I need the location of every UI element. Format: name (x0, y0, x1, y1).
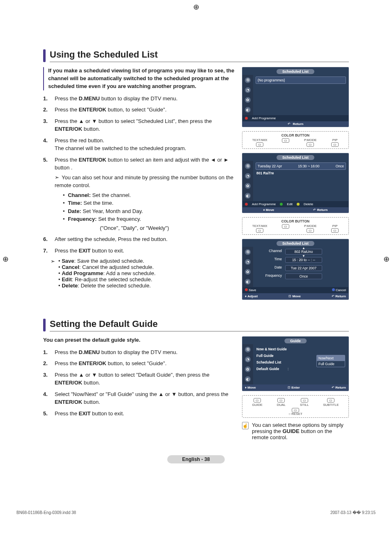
remote-key-label: GUIDE (252, 403, 262, 407)
osd-field-time: Time 15 : 20 to -- : -- (256, 256, 346, 264)
green-dot-icon (280, 203, 283, 206)
osd-field-frequency: Frequency Once (256, 272, 346, 280)
remote-key-label: SUBTITLE (323, 403, 339, 407)
section1-right-column: Scheduled List ⦿ ◔ ✿ ◐ (No programmes) (242, 67, 349, 304)
osd-bottom-bar: ♦ Move ⊡ Enter ↶ Return (242, 384, 348, 391)
remote-key-icon: ▭ (331, 142, 339, 147)
step-body: Select "Now/Next" or "Full Guide" using … (55, 390, 235, 406)
menu-icon: ◐ (245, 279, 251, 285)
step5-bullets: • Channel: Set the channel. • Time: Set … (63, 191, 235, 232)
return-arrow-icon: ↶ (313, 208, 317, 212)
step-number: 1. (43, 95, 51, 103)
bullet-dot-icon: • (63, 200, 65, 206)
menu-icon: ◔ (245, 357, 251, 362)
osd-title: Scheduled List (277, 241, 314, 246)
step-number: 7. (43, 247, 51, 255)
note-arrow-icon: ➣ (51, 258, 55, 289)
popup-option: Full Guide (317, 361, 345, 367)
remote-key-icon: ▭ (331, 228, 339, 233)
section1-tail-notes: ➣ • Save: Save the adjusted schedule. • … (51, 258, 235, 289)
osd-guide-default: Guide ⦿ ◔ ✿ ◐ Now & Next Guide Full Guid… (242, 336, 349, 391)
frequency-options-note: ("Once", "Daily", or "Weekly") (100, 224, 235, 232)
menu-icon: ⦿ (245, 163, 251, 169)
remote-key-icon: ▭ (254, 398, 261, 403)
osd-title: Scheduled List (277, 69, 314, 74)
return-arrow-icon: ↶ (332, 294, 335, 298)
remote-key-icon: ▭ (301, 398, 308, 403)
section1-intro-text: If you make a scheduled viewing list of … (48, 67, 235, 90)
remote-hint-color-buttons-2: COLOR BUTTON TEXT/MIX▭ ▭ P.MODE▭ PIP▭ (242, 217, 349, 235)
osd-side-icons: ⦿ ◔ ✿ ◐ (242, 75, 253, 115)
osd-no-programmes-row: (No programmes) (256, 76, 346, 84)
osd-side-icons: ⦿ ◔ ✿ ◐ (242, 161, 253, 201)
step-number: 3. (43, 371, 51, 387)
menu-icon: ✿ (245, 183, 251, 189)
bullet-dot-icon: • (58, 258, 62, 264)
remote-key-label: TEXT/MIX (252, 138, 267, 142)
osd-scheduled-list-one-entry: Scheduled List ⦿ ◔ ✿ ◐ Tuesday 22 Apr 15… (242, 153, 349, 213)
osd-field-channel: Channel ▲ 802 RaiUno ▼ (256, 248, 346, 256)
menu-icon: ◐ (245, 376, 251, 382)
remote-key-label: P.MODE (304, 224, 317, 228)
osd-scheduled-list-edit: Scheduled List ⦿ ◔ ✿ ◐ Channel ▲ 802 (242, 239, 349, 300)
section2-left-column: You can preset the default guide style. … (43, 336, 235, 440)
section1-header: Using the Scheduled List (43, 49, 349, 62)
step-number: 5. (43, 156, 51, 232)
menu-icon: ◔ (245, 259, 251, 265)
osd-schedule-channel: 801 RaiTre (256, 170, 346, 176)
step-number: 6. (43, 235, 51, 243)
menu-icon: ✿ (245, 366, 251, 372)
guide-item: Now & Next Guide (256, 346, 346, 352)
blue-dot-icon (332, 288, 335, 291)
step-body: Press the EXIT button to exit. (55, 247, 235, 255)
section2-steps: 1. Press the D.MENU button to display th… (43, 348, 235, 418)
return-arrow-icon: ↶ (288, 122, 291, 126)
default-guide-popup: Now/Next Full Guide (316, 355, 345, 367)
remote-key-icon: ▭ (327, 398, 334, 403)
bullet-dot-icon: • (58, 270, 62, 276)
yellow-dot-icon (297, 203, 300, 206)
red-dot-icon (245, 117, 248, 120)
remote-key-icon: ▭ (307, 142, 314, 147)
hand-tip-icon: ☝ (242, 422, 249, 429)
remote-key-label: PIP (332, 138, 338, 142)
section2-intro: You can preset the default guide style. (43, 336, 235, 344)
remote-key-label: STILL (300, 403, 309, 407)
step-number: 5. (43, 410, 51, 418)
step-number: 4. (43, 137, 51, 153)
bullet-dot-icon: • (63, 192, 65, 198)
step-body: Press the ▲ or ▼ button to select "Defau… (55, 371, 235, 387)
bullet-dot-icon: • (63, 216, 65, 222)
remote-key-label: PIP (332, 224, 338, 228)
step-number: 4. (43, 390, 51, 406)
step-number: 2. (43, 359, 51, 368)
menu-icon: ◔ (245, 173, 251, 179)
menu-icon: ⦿ (245, 77, 251, 83)
remote-key-icon: ▭ (256, 142, 263, 147)
step-body: After setting the schedule, Press the re… (55, 235, 235, 243)
section2-header: Setting the Default Guide (43, 319, 349, 331)
step-body: Press the ▲ or ▼ button to select "Sched… (55, 117, 235, 133)
osd-bottom-bar: ♦ Adjust ⊡ Move ↶ Return (242, 293, 348, 299)
osd-field-date: Date Tue 22 Apr 2007 (256, 264, 346, 272)
remote-hint-color-buttons: COLOR BUTTON TEXT/MIX▭ ▭ P.MODE▭ PIP▭ (242, 131, 349, 149)
remote-hint-guide-buttons: ▭GUIDE ▭DUAL ▭STILL ▭SUBTITLE ▭○ RESET (242, 395, 349, 418)
osd-return-row: ♦ Move ↶ Return (242, 207, 348, 213)
enter-icon: ⊡ (288, 386, 291, 389)
step-body: Press the ENTER/OK button, to select "Gu… (55, 359, 235, 368)
osd-title: Scheduled List (277, 155, 314, 160)
bullet-dot-icon: • (58, 283, 62, 289)
section1-title: Using the Scheduled List (50, 49, 349, 62)
remote-key-label: DUAL (277, 403, 286, 407)
red-dot-icon (245, 288, 248, 291)
remote-key-icon: ▭ (277, 398, 285, 403)
bullet-dot-icon: • (58, 264, 62, 270)
remote-key-label: P.MODE (304, 138, 317, 142)
page-number-pill: English - 38 (167, 455, 225, 463)
doc-footer-filename: BN68-01186B-Eng-0309.indd 38 (16, 510, 76, 515)
crop-mark-right: ⊕ (383, 255, 390, 264)
red-dot-icon (245, 203, 248, 206)
osd-return-row: ↶ Return (242, 121, 348, 127)
step-number: 2. (43, 106, 51, 114)
section1-intro: If you make a scheduled viewing list of … (43, 67, 235, 90)
